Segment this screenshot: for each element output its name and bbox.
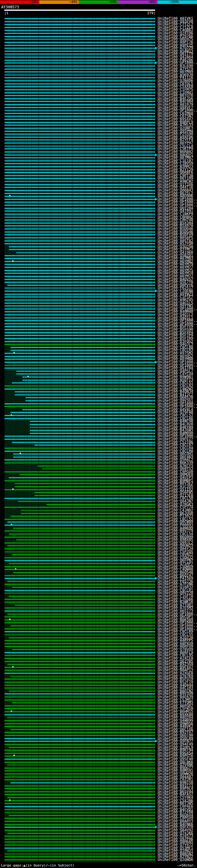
hit-bar[interactable] (4, 661, 155, 662)
hit-bar[interactable] (9, 249, 155, 250)
hit-bar[interactable] (4, 101, 155, 102)
hit-bar[interactable] (4, 791, 155, 792)
hit-bar[interactable] (4, 463, 155, 463)
hit-bar[interactable] (4, 178, 155, 179)
hit-bar[interactable] (4, 84, 155, 84)
hit-bar[interactable] (4, 107, 155, 108)
hit-bar[interactable] (16, 252, 155, 253)
hit-bar[interactable] (4, 332, 155, 333)
hit-bar[interactable] (4, 848, 155, 848)
hit-bar[interactable] (4, 800, 155, 801)
hit-bar[interactable] (9, 596, 155, 597)
hit-bar[interactable] (4, 706, 155, 706)
hit-bar[interactable] (12, 587, 156, 588)
hit-bar[interactable] (4, 658, 155, 659)
hit-bar[interactable] (4, 77, 155, 78)
hit-bar[interactable] (21, 510, 155, 511)
hit-bar[interactable] (4, 69, 155, 70)
hit-bar[interactable] (4, 646, 155, 647)
hit-bar[interactable] (4, 620, 155, 620)
hit-bar[interactable] (4, 231, 155, 232)
hit-bar[interactable] (4, 753, 155, 754)
hit-bar[interactable] (4, 569, 155, 570)
hit-bar[interactable] (38, 466, 155, 466)
hit-bar[interactable] (4, 282, 155, 283)
hit-bar[interactable] (10, 412, 155, 413)
hit-bar[interactable] (7, 522, 155, 523)
hit-bar[interactable] (7, 850, 155, 851)
hit-bar[interactable] (4, 794, 155, 795)
hit-bar[interactable] (4, 326, 155, 327)
hit-bar[interactable] (4, 779, 155, 780)
hit-bar[interactable] (4, 530, 155, 531)
hit-bar[interactable] (4, 74, 155, 75)
hit-bar[interactable] (4, 181, 155, 182)
hit-bar[interactable] (30, 430, 155, 431)
hit-bar[interactable] (4, 163, 155, 164)
hit-bar[interactable] (4, 92, 155, 93)
hit-bar[interactable] (4, 157, 155, 158)
hit-bar[interactable] (10, 782, 155, 783)
hit-bar[interactable] (4, 223, 155, 223)
hit-bar[interactable] (4, 785, 155, 786)
hit-bar[interactable] (7, 664, 155, 665)
hit-bar[interactable] (4, 507, 155, 508)
hit-bar[interactable] (4, 812, 155, 813)
hit-bar[interactable] (4, 845, 155, 845)
hit-bar[interactable] (4, 557, 155, 558)
hit-bar[interactable] (4, 362, 155, 363)
hit-bar[interactable] (4, 356, 155, 357)
hit-bar[interactable] (4, 45, 155, 46)
hit-bar[interactable] (4, 498, 155, 499)
hit-bar[interactable] (21, 513, 155, 514)
hit-bar[interactable] (4, 406, 155, 407)
hit-bar[interactable] (4, 60, 155, 61)
hit-bar[interactable] (4, 243, 155, 244)
hit-bar[interactable] (23, 409, 155, 410)
hit-bar[interactable] (9, 638, 155, 638)
hit-bar[interactable] (4, 655, 155, 656)
hit-bar[interactable] (4, 552, 155, 552)
hit-bar[interactable] (4, 220, 155, 220)
hit-bar[interactable] (10, 729, 155, 730)
hit-bar[interactable] (4, 759, 155, 760)
hit-bar[interactable] (4, 693, 155, 694)
hit-bar[interactable] (4, 827, 155, 828)
hit-bar[interactable] (26, 400, 155, 401)
hit-bar[interactable] (4, 287, 155, 288)
hit-bar[interactable] (12, 554, 156, 555)
hit-bar[interactable] (4, 720, 155, 721)
hit-bar[interactable] (4, 33, 155, 34)
hit-bar[interactable] (4, 682, 155, 683)
hit-bar[interactable] (4, 294, 155, 295)
hit-bar[interactable] (4, 548, 155, 549)
hit-bar[interactable] (4, 267, 155, 268)
hit-bar[interactable] (4, 341, 155, 342)
hit-bar[interactable] (4, 152, 155, 152)
hit-bar[interactable] (4, 566, 155, 567)
hit-bar[interactable] (4, 652, 155, 653)
hit-bar[interactable] (4, 116, 155, 117)
hit-bar[interactable] (4, 258, 155, 259)
hit-bar[interactable] (4, 602, 155, 602)
hit-bar[interactable] (4, 403, 155, 404)
hit-bar[interactable] (4, 42, 155, 43)
hit-bar[interactable] (4, 276, 155, 277)
hit-bar[interactable] (4, 353, 155, 354)
hit-bar[interactable] (4, 329, 155, 330)
hit-bar[interactable] (7, 833, 155, 834)
hit-bar[interactable] (4, 735, 155, 736)
hit-bar[interactable] (4, 439, 155, 440)
hit-bar[interactable] (4, 732, 155, 733)
hit-bar[interactable] (4, 193, 155, 194)
hit-bar[interactable] (4, 679, 155, 680)
hit-bar[interactable] (4, 104, 155, 105)
hit-bar[interactable] (30, 427, 155, 428)
hit-bar[interactable] (4, 634, 155, 635)
hit-bar[interactable] (9, 534, 155, 534)
hit-bar[interactable] (4, 205, 155, 206)
hit-bar[interactable] (34, 495, 155, 496)
hit-bar[interactable] (9, 747, 155, 748)
hit-bar[interactable] (4, 830, 155, 831)
hit-bar[interactable] (4, 63, 155, 63)
